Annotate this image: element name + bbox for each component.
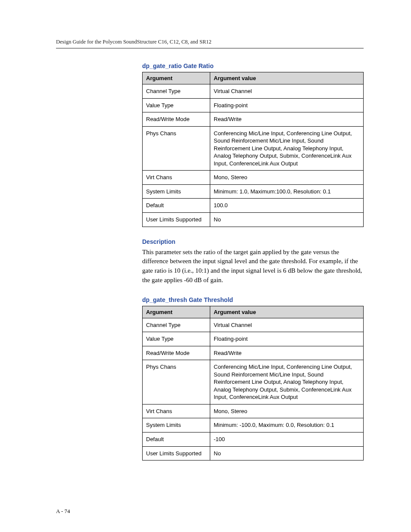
table-row: Value TypeFloating-point: [143, 98, 364, 112]
cell-arg: System Limits: [143, 184, 210, 199]
page: Design Guide for the Polycom SoundStruct…: [0, 0, 411, 532]
header-rule: [56, 48, 364, 49]
table-header-row: Argument Argument value: [143, 72, 364, 84]
table-row: System LimitsMinimum: 1.0, Maximum:100.0…: [143, 184, 364, 199]
cell-arg: User Limits Supported: [143, 213, 210, 227]
cell-arg: Virt Chans: [143, 404, 210, 418]
cell-val: Mono, Stereo: [210, 171, 364, 185]
table-row: Read/Write ModeRead/Write: [143, 112, 364, 127]
table-row: Read/Write ModeRead/Write: [143, 346, 364, 360]
table-row: Default-100: [143, 432, 364, 447]
cell-val: 100.0: [210, 199, 364, 213]
table-row: Default100.0: [143, 199, 364, 213]
cell-val: Mono, Stereo: [210, 404, 364, 418]
cell-arg: Value Type: [143, 332, 210, 346]
running-header: Design Guide for the Polycom SoundStruct…: [56, 39, 364, 45]
cell-val: Conferencing Mic/Line Input, Conferencin…: [210, 126, 364, 171]
cell-val: Read/Write: [210, 346, 364, 360]
table-row: System LimitsMinimum: -100.0, Maximum: 0…: [143, 418, 364, 432]
section-title-gate-thresh: dp_gate_thresh Gate Threshold: [142, 296, 364, 303]
th-argument: Argument: [143, 306, 210, 318]
th-argument-value: Argument value: [210, 72, 364, 84]
cell-val: Virtual Channel: [210, 84, 364, 99]
cell-val: No: [210, 446, 364, 460]
cell-arg: Channel Type: [143, 84, 210, 99]
th-argument-value: Argument value: [210, 306, 364, 318]
table-gate-ratio: Argument Argument value Channel TypeVirt…: [142, 72, 364, 227]
description-heading: Description: [142, 238, 364, 245]
cell-val: No: [210, 213, 364, 227]
cell-arg: Value Type: [143, 98, 210, 112]
cell-arg: Phys Chans: [143, 360, 210, 404]
table-row: Virt ChansMono, Stereo: [143, 404, 364, 418]
table-row: Phys ChansConferencing Mic/Line Input, C…: [143, 126, 364, 171]
table-row: Channel TypeVirtual Channel: [143, 318, 364, 332]
cell-val: Conferencing Mic/Line Input, Conferencin…: [210, 360, 364, 404]
section-title-gate-ratio: dp_gate_ratio Gate Ratio: [142, 62, 364, 69]
cell-val: Minimum: 1.0, Maximum:100.0, Resolution:…: [210, 184, 364, 199]
table-row: Value TypeFloating-point: [143, 332, 364, 346]
cell-val: Read/Write: [210, 112, 364, 127]
table-row: User Limits SupportedNo: [143, 446, 364, 460]
cell-arg: Default: [143, 432, 210, 447]
cell-arg: Default: [143, 199, 210, 213]
cell-arg: Virt Chans: [143, 171, 210, 185]
th-argument: Argument: [143, 72, 210, 84]
page-number: A - 74: [56, 508, 70, 515]
cell-arg: Channel Type: [143, 318, 210, 332]
cell-arg: Phys Chans: [143, 126, 210, 171]
table-row: Virt ChansMono, Stereo: [143, 171, 364, 185]
cell-val: Floating-point: [210, 98, 364, 112]
table-row: Channel TypeVirtual Channel: [143, 84, 364, 99]
cell-arg: Read/Write Mode: [143, 112, 210, 127]
description-body: This parameter sets the ratio of the tar…: [142, 248, 364, 285]
table-header-row: Argument Argument value: [143, 306, 364, 318]
cell-val: -100: [210, 432, 364, 447]
cell-arg: User Limits Supported: [143, 446, 210, 460]
table-gate-thresh: Argument Argument value Channel TypeVirt…: [142, 306, 364, 461]
cell-arg: System Limits: [143, 418, 210, 432]
cell-val: Virtual Channel: [210, 318, 364, 332]
table-row: User Limits SupportedNo: [143, 213, 364, 227]
cell-val: Floating-point: [210, 332, 364, 346]
table-row: Phys ChansConferencing Mic/Line Input, C…: [143, 360, 364, 404]
cell-arg: Read/Write Mode: [143, 346, 210, 360]
content-column: dp_gate_ratio Gate Ratio Argument Argume…: [142, 62, 364, 460]
cell-val: Minimum: -100.0, Maximum: 0.0, Resolutio…: [210, 418, 364, 432]
